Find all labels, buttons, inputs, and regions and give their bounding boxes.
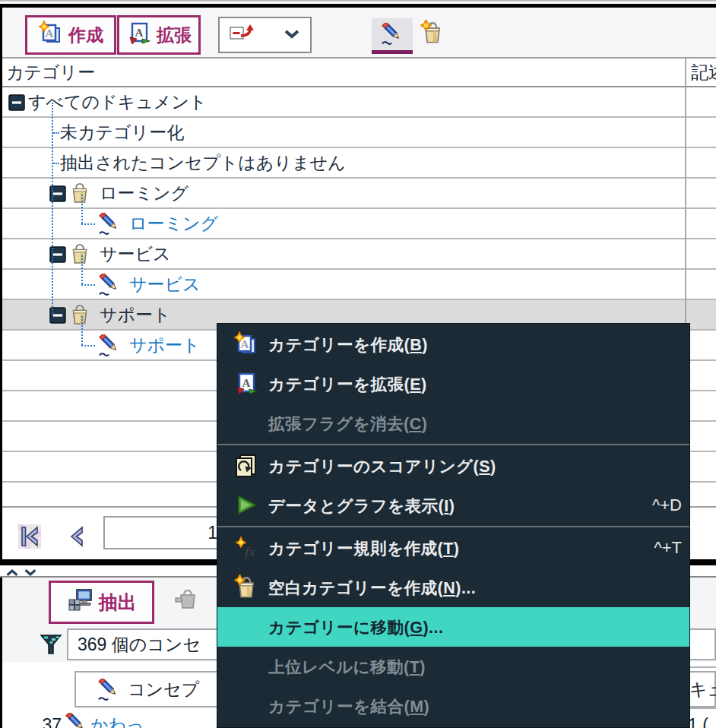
context-menu-item-label: 上位レベルに移動(T) bbox=[268, 656, 426, 678]
tree-row[interactable]: ローミング bbox=[2, 209, 716, 239]
no-icon bbox=[230, 651, 262, 682]
context-menu-item-label: カテゴリーに移動(G)... bbox=[268, 616, 444, 638]
context-menu-item: 拡張フラグを消去(C) bbox=[217, 404, 689, 443]
tree-row[interactable]: ローミング bbox=[2, 179, 716, 209]
tree-row[interactable]: 抽出されたコンセプトはありません bbox=[2, 148, 716, 179]
right-cell-fragment: 1 ( bbox=[688, 711, 708, 728]
extend-category-button[interactable]: A 拡張 bbox=[117, 15, 201, 55]
context-menu-item-label: カテゴリーを拡張(E) bbox=[268, 373, 427, 395]
pencil-icon bbox=[98, 274, 121, 299]
tree-column-header-row bbox=[2, 59, 716, 87]
context-menu-item[interactable]: fxカテゴリー規則を作成(T)^+T bbox=[217, 528, 689, 568]
create-category-rule-icon: fx bbox=[230, 533, 262, 563]
tree-column-header-descriptor[interactable]: 記述 bbox=[691, 59, 716, 86]
tree-row[interactable]: すべてのドキュメント bbox=[2, 87, 716, 118]
pencil-icon bbox=[98, 213, 121, 239]
context-menu-item-label: データとグラフを表示(I) bbox=[268, 495, 455, 517]
right-column-header-fragment[interactable]: キュ bbox=[689, 673, 716, 706]
tree-connector bbox=[81, 284, 95, 286]
pencil-icon bbox=[381, 23, 404, 49]
tree-column-header-category[interactable]: カテゴリー bbox=[6, 59, 95, 86]
extract-button[interactable]: 抽出 bbox=[49, 581, 154, 624]
context-menu-item[interactable]: データとグラフを表示(I)^+D bbox=[217, 486, 689, 525]
first-page-button[interactable] bbox=[18, 524, 41, 552]
context-menu-item-label: カテゴリーを作成(B) bbox=[268, 334, 428, 356]
extract-icon bbox=[67, 587, 94, 618]
tree-row[interactable]: サービス bbox=[2, 270, 716, 300]
pencil-icon bbox=[98, 334, 121, 360]
svg-text:A: A bbox=[241, 338, 249, 350]
tree-connector bbox=[81, 316, 83, 345]
extract-button-label: 抽出 bbox=[99, 590, 137, 615]
flag-dropdown-icon bbox=[229, 24, 259, 46]
tree-item-label[interactable]: サポート bbox=[100, 300, 171, 329]
tree-item-label[interactable]: 未カテゴリー化 bbox=[60, 118, 184, 147]
application-window: A 作成 A 拡張 カテゴリー 記述 すべてのドキュメント未カテゴリー化抽出され… bbox=[0, 0, 716, 728]
context-menu-item[interactable]: 空白カテゴリーを作成(N)... bbox=[217, 568, 689, 607]
edit-pencil-toggle[interactable] bbox=[372, 18, 413, 53]
create-category-icon: A bbox=[38, 21, 64, 49]
edit-toggle-underline bbox=[372, 50, 413, 54]
blank-category-icon bbox=[230, 572, 262, 603]
concept-name: かわっ bbox=[90, 711, 144, 728]
page-input[interactable] bbox=[103, 516, 227, 549]
svg-text:A: A bbox=[46, 27, 54, 40]
tree-item-label[interactable]: サポート bbox=[129, 331, 201, 359]
context-menu-item[interactable]: A カテゴリーを拡張(E) bbox=[217, 364, 689, 404]
context-menu-item-label: カテゴリー規則を作成(T) bbox=[268, 537, 460, 559]
tree-item-label[interactable]: サービス bbox=[129, 270, 201, 299]
context-menu-item[interactable]: Aカテゴリーを作成(B) bbox=[217, 324, 689, 364]
concept-column-header-label: コンセプ bbox=[128, 673, 199, 706]
menu-separator bbox=[217, 526, 689, 527]
right-column-separator-line bbox=[688, 707, 716, 709]
tree-connector bbox=[81, 345, 95, 347]
tree-connector bbox=[53, 163, 59, 164]
flag-dropdown[interactable] bbox=[218, 17, 312, 53]
tree-item-label[interactable]: すべてのドキュメント bbox=[28, 87, 207, 116]
context-menu-item[interactable]: カテゴリーに移動(G)... bbox=[217, 607, 689, 647]
tree-item-label[interactable]: ローミング bbox=[100, 179, 189, 207]
funnel-icon bbox=[40, 645, 62, 658]
tree-connector bbox=[81, 195, 83, 223]
extend-category-icon: A bbox=[126, 21, 152, 49]
tree-item-label[interactable]: 抽出されたコンセプトはありません bbox=[60, 148, 346, 177]
blank-category-toolbar-button[interactable] bbox=[417, 18, 448, 50]
top-hairline bbox=[0, 0, 716, 2]
tree-row[interactable]: サービス bbox=[2, 239, 716, 270]
concept-count-value: 37 bbox=[39, 711, 62, 728]
prev-page-icon bbox=[67, 537, 87, 550]
minus-box-icon[interactable] bbox=[8, 94, 25, 114]
menu-separator bbox=[217, 444, 689, 445]
score-categories-icon bbox=[230, 451, 262, 481]
create-category-button[interactable]: A 作成 bbox=[25, 15, 116, 55]
categories-panel-left-border bbox=[0, 8, 2, 559]
tree-connector bbox=[52, 103, 53, 315]
menu-shortcut: ^+T bbox=[654, 538, 689, 558]
bucket-icon bbox=[68, 302, 92, 330]
no-icon bbox=[230, 612, 262, 642]
svg-text:A: A bbox=[135, 27, 144, 39]
create-category-icon: A bbox=[230, 329, 262, 359]
chevron-down-icon bbox=[284, 28, 299, 42]
concept-filter-button[interactable] bbox=[40, 633, 62, 659]
first-page-icon bbox=[18, 538, 41, 551]
tree-connector bbox=[53, 132, 59, 134]
watering-can-button bbox=[173, 587, 202, 616]
context-menu-item-label: カテゴリーのスコアリング(S) bbox=[268, 455, 496, 477]
display-data-graphs-icon bbox=[230, 490, 262, 521]
tree-connector bbox=[81, 223, 95, 225]
extend-category-button-label: 拡張 bbox=[157, 24, 192, 47]
pencil-icon bbox=[97, 679, 120, 704]
no-icon bbox=[230, 691, 262, 721]
tree-connector bbox=[81, 255, 83, 284]
context-menu-item-label: 拡張フラグを消去(C) bbox=[268, 413, 427, 435]
prev-page-button[interactable] bbox=[67, 525, 87, 551]
tree-item-label[interactable]: サービス bbox=[100, 239, 171, 268]
concept-count-text: 369 個のコンセ bbox=[78, 630, 201, 659]
context-menu-item: 上位レベルに移動(T) bbox=[217, 647, 689, 686]
create-category-button-label: 作成 bbox=[68, 24, 103, 47]
tree-row[interactable]: 未カテゴリー化 bbox=[2, 118, 716, 148]
tree-item-label[interactable]: ローミング bbox=[129, 209, 218, 238]
context-menu-item[interactable]: カテゴリーのスコアリング(S) bbox=[217, 446, 689, 486]
bucket-star-icon bbox=[420, 20, 445, 49]
